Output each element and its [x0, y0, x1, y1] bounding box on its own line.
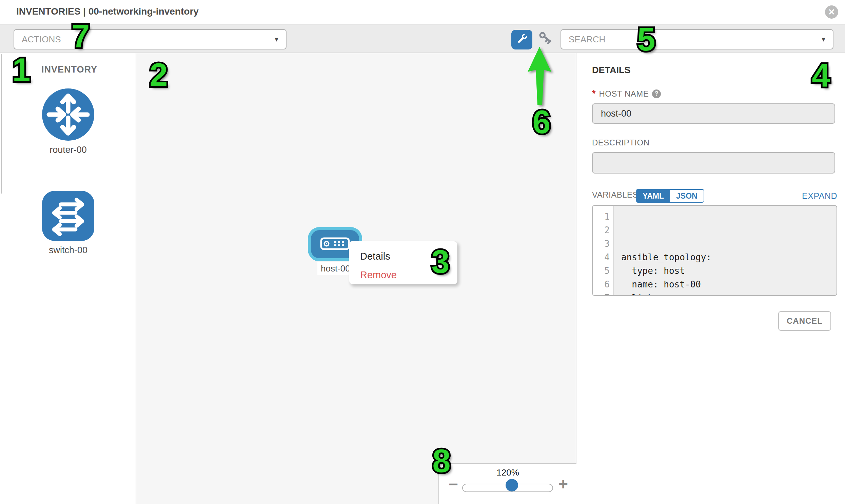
context-menu-item-details[interactable]: Details	[360, 247, 457, 266]
key-icon	[537, 32, 552, 49]
close-icon[interactable]: ✕	[825, 5, 838, 19]
toggle-json[interactable]: JSON	[670, 190, 704, 202]
actions-dropdown[interactable]: ACTIONS ▾	[14, 29, 286, 50]
inventory-topology-app: INVENTORIES | 00-networking-inventory ✕ …	[0, 0, 845, 504]
device-router[interactable]: router-00	[34, 88, 102, 155]
required-asterisk: *	[592, 88, 596, 99]
host-node-label: host-00	[317, 262, 354, 275]
chevron-down-icon: ▾	[822, 35, 825, 44]
variables-format-toggle: YAML JSON	[636, 189, 704, 203]
page-title: INVENTORIES | 00-networking-inventory	[16, 6, 199, 17]
description-label: DESCRIPTION	[592, 138, 650, 147]
zoom-out-button[interactable]: −	[448, 476, 458, 492]
details-panel: DETAILS * HOST NAME ? DESCRIPTION VARIAB…	[577, 53, 845, 504]
zoom-slider-handle[interactable]	[506, 479, 518, 491]
editor-code[interactable]: ansible_topology: type: host name: host-…	[614, 206, 837, 295]
zoom-in-button[interactable]: +	[559, 476, 568, 492]
toolbar: ACTIONS ▾	[0, 24, 845, 53]
zoom-level-label: 120%	[439, 467, 577, 478]
topology-canvas[interactable]: host-00 Details Remove 120% − +	[136, 53, 577, 504]
editor-line-numbers: 1234567	[593, 206, 614, 295]
host-name-label: HOST NAME	[599, 89, 649, 98]
details-heading: DETAILS	[592, 65, 631, 76]
sidebar-scrollbar[interactable]	[1, 54, 2, 194]
inventory-heading: INVENTORY	[41, 65, 97, 75]
key-button[interactable]	[536, 31, 553, 49]
cancel-button[interactable]: CANCEL	[778, 311, 831, 331]
description-input[interactable]	[592, 152, 835, 174]
host-name-input[interactable]	[592, 103, 835, 124]
device-label: switch-00	[34, 245, 102, 255]
inventory-sidebar: INVENTORY router-00	[0, 53, 136, 504]
device-label: router-00	[34, 145, 102, 155]
context-menu-item-remove[interactable]: Remove	[360, 266, 457, 284]
switch-icon	[42, 236, 94, 242]
wrench-button[interactable]	[511, 30, 532, 50]
variables-code-editor[interactable]: 1234567 ansible_topology: type: host nam…	[592, 205, 837, 296]
search-dropdown-label: SEARCH	[569, 34, 605, 45]
zoom-control: 120% − +	[438, 463, 577, 504]
host-name-label-row: * HOST NAME ?	[592, 88, 661, 99]
description-label-row: DESCRIPTION	[592, 138, 650, 147]
expand-link[interactable]: EXPAND	[802, 191, 837, 201]
context-menu: Details Remove	[349, 241, 457, 284]
device-switch[interactable]: switch-00	[34, 191, 102, 255]
help-icon[interactable]: ?	[652, 89, 661, 98]
search-dropdown[interactable]: SEARCH ▾	[561, 29, 833, 50]
actions-dropdown-label: ACTIONS	[22, 34, 61, 45]
router-icon	[42, 136, 94, 142]
chevron-down-icon: ▾	[275, 35, 278, 44]
variables-label: VARIABLES	[592, 190, 638, 200]
wrench-icon	[515, 32, 529, 47]
server-icon	[320, 237, 350, 252]
toggle-yaml[interactable]: YAML	[636, 190, 670, 202]
